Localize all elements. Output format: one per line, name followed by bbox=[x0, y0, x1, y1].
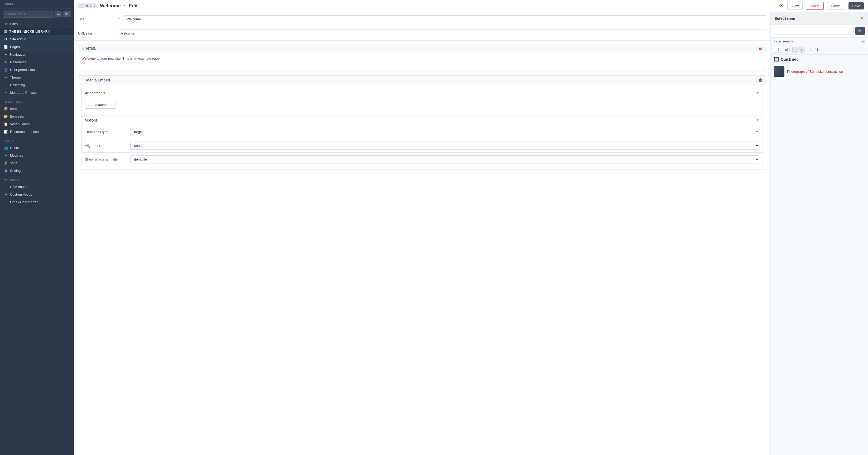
sidebar-item-label: CSV Import bbox=[10, 185, 28, 189]
resource-templates-icon: 📝 bbox=[4, 130, 8, 134]
search-submit-button[interactable]: 🔍 bbox=[63, 11, 71, 18]
sidebar-item-theme[interactable]: ✏ Theme bbox=[0, 73, 74, 81]
result-item[interactable]: Photograph of Beinecke construction bbox=[771, 64, 868, 79]
omeka-importer-icon: + bbox=[4, 200, 8, 204]
media-embed-block-header: ⠿ Media Embed 🗑 bbox=[78, 76, 766, 85]
pagination-next-button[interactable]: › bbox=[799, 47, 804, 53]
sidebar-item-label: Jobs bbox=[10, 161, 17, 165]
attachments-header[interactable]: Attachments ▼ bbox=[82, 88, 763, 98]
sidebar-item-items[interactable]: 📦 Items bbox=[0, 105, 74, 112]
resources-icon: ⚛ bbox=[4, 60, 8, 64]
sidebar-item-resource-templates[interactable]: 📝 Resource templates bbox=[0, 128, 74, 135]
options-header[interactable]: Options ▼ bbox=[82, 116, 763, 125]
options-section: Options ▼ Thumbnail type large medium sm… bbox=[82, 115, 763, 166]
alignment-select[interactable]: center left right bbox=[130, 141, 760, 150]
right-panel-close-button[interactable]: ✕ bbox=[860, 15, 864, 21]
show-attachment-title-select[interactable]: item title none bbox=[130, 155, 760, 163]
page-title: Welcome bbox=[100, 3, 121, 9]
custom-vocab-icon: + bbox=[4, 192, 8, 196]
pages-badge-icon: 📄 bbox=[80, 4, 84, 8]
pages-badge: 📄 PAGES bbox=[78, 3, 97, 8]
jobs-icon: ⚡ bbox=[4, 161, 8, 165]
sidebar-item-metadata-browse[interactable]: + Metadata Browse bbox=[0, 89, 74, 96]
cancel-button[interactable]: Cancel bbox=[827, 2, 845, 10]
sidebar-item-user-permissions[interactable]: 👤 User permissions bbox=[0, 66, 74, 73]
filter-search-chevron-icon: ▶ bbox=[863, 39, 865, 43]
url-slug-row: URL slug bbox=[74, 26, 770, 41]
sidebar-item-label: Metadata Browse bbox=[10, 91, 37, 95]
sidebar-item-label: Custom Vocab bbox=[10, 192, 32, 196]
sidebar-item-label: Modules bbox=[10, 154, 23, 157]
save-button[interactable]: Save bbox=[848, 2, 864, 9]
top-bar: 📄 PAGES Welcome • Edit 👁 View Delete Can… bbox=[74, 0, 868, 12]
sidebar-item-label: Resources bbox=[10, 60, 26, 64]
attachments-section: Attachments ▼ Add attachment bbox=[82, 88, 763, 112]
sidebar-item-label: Pages bbox=[10, 45, 20, 49]
html-block-delete-button[interactable]: 🗑 bbox=[758, 46, 763, 51]
right-panel: Select item ✕ 🔍 Filter search ▶ of 1 ‹ ›… bbox=[770, 12, 868, 455]
sidebar-item-label: Item sets bbox=[10, 115, 24, 118]
site-admin-icon: ⚙ bbox=[4, 37, 8, 41]
attachments-chevron-icon: ▼ bbox=[756, 91, 760, 95]
add-attachment-button[interactable]: Add attachment bbox=[85, 101, 116, 108]
url-slug-input[interactable] bbox=[118, 30, 766, 37]
html-block-header: ⠿ HTML 🗑 bbox=[78, 44, 766, 53]
sidebar-item-resources[interactable]: ⚛ Resources bbox=[0, 58, 74, 66]
sidebar-item-navigation[interactable]: ≡ Navigation bbox=[0, 51, 74, 58]
pagination-prev-button[interactable]: ‹ bbox=[792, 47, 798, 53]
options-title: Options bbox=[85, 118, 753, 122]
sidebar-item-label: Users bbox=[10, 146, 19, 150]
filter-search-row[interactable]: Filter search ▶ bbox=[771, 38, 868, 45]
site-icon: 🖥 bbox=[4, 30, 7, 33]
edit-label: Edit bbox=[129, 3, 137, 9]
csv-import-icon: + bbox=[4, 185, 8, 189]
sidebar-item-settings[interactable]: ⚙ Settings bbox=[0, 167, 74, 174]
sidebar-item-omeka-importer[interactable]: + Omeka 2 Importer bbox=[0, 198, 74, 206]
quick-add-row[interactable]: 🔲 Quick add bbox=[771, 55, 868, 64]
media-embed-delete-button[interactable]: 🗑 bbox=[758, 78, 763, 83]
show-attachment-title-row: Show attachment title item title none bbox=[82, 152, 763, 166]
right-panel-search-button[interactable]: 🔍 bbox=[855, 27, 865, 35]
url-slug-label: URL slug bbox=[78, 31, 115, 35]
sidebar-item-jobs[interactable]: ⚡ Jobs bbox=[0, 159, 74, 167]
sidebar-item-csv-import[interactable]: + CSV Import bbox=[0, 183, 74, 191]
title-input[interactable] bbox=[124, 15, 766, 23]
right-panel-search-input[interactable] bbox=[774, 27, 854, 35]
main-content: 📄 PAGES Welcome • Edit 👁 View Delete Can… bbox=[74, 0, 868, 455]
sidebar-item-collecting[interactable]: + Collecting bbox=[0, 81, 74, 89]
delete-button[interactable]: Delete bbox=[806, 2, 824, 10]
search-input[interactable] bbox=[3, 10, 54, 18]
sidebar-item-pages[interactable]: 📄 Pages bbox=[0, 43, 74, 51]
html-content-textarea[interactable]: Welcome to your new site. This is an exa… bbox=[78, 53, 766, 69]
app-name: Demo 1 bbox=[0, 0, 74, 8]
options-body: Thumbnail type large medium small square… bbox=[82, 125, 763, 166]
title-label: Title bbox=[78, 17, 115, 21]
sites-icon: 🖥 bbox=[4, 22, 8, 26]
sidebar-item-modules[interactable]: + Modules bbox=[0, 152, 74, 159]
sidebar-item-site-admin[interactable]: ⚙ Site admin bbox=[0, 35, 74, 43]
users-icon: 👥 bbox=[4, 146, 8, 150]
metadata-browse-icon: + bbox=[4, 91, 8, 95]
sidebar-item-vocabularies[interactable]: 📋 Vocabularies bbox=[0, 120, 74, 128]
quick-add-label: Quick add bbox=[781, 57, 799, 61]
media-embed-block-title: Media Embed bbox=[86, 78, 756, 82]
view-icon[interactable]: 👁 bbox=[779, 3, 784, 9]
sidebar-site-beinecke[interactable]: 🖥 THE BEINECKE LIBRARY ↗ bbox=[0, 28, 74, 35]
sidebar-item-sites[interactable]: 🖥 Sites bbox=[0, 20, 74, 28]
thumbnail-type-select[interactable]: large medium small square bbox=[130, 128, 760, 136]
site-name-label: THE BEINECKE LIBRARY bbox=[9, 30, 66, 33]
vocabularies-icon: 📋 bbox=[4, 122, 8, 126]
result-title: Photograph of Beinecke construction bbox=[787, 70, 865, 73]
view-button[interactable]: View bbox=[787, 2, 803, 10]
sidebar-item-item-sets[interactable]: 📂 Item sets bbox=[0, 112, 74, 120]
sidebar-item-custom-vocab[interactable]: + Custom Vocab bbox=[0, 191, 74, 198]
drag-handle-icon[interactable]: ⠿ bbox=[82, 46, 84, 51]
result-thumbnail bbox=[774, 66, 784, 77]
sidebar-item-label: Items bbox=[10, 107, 19, 111]
search-options-button[interactable]: ··· bbox=[55, 11, 62, 18]
page-input[interactable] bbox=[774, 47, 783, 53]
navigation-icon: ≡ bbox=[4, 53, 8, 57]
sidebar-item-users[interactable]: 👥 Users bbox=[0, 144, 74, 152]
media-embed-drag-handle-icon[interactable]: ⠿ bbox=[82, 78, 84, 82]
collecting-icon: + bbox=[4, 83, 8, 87]
